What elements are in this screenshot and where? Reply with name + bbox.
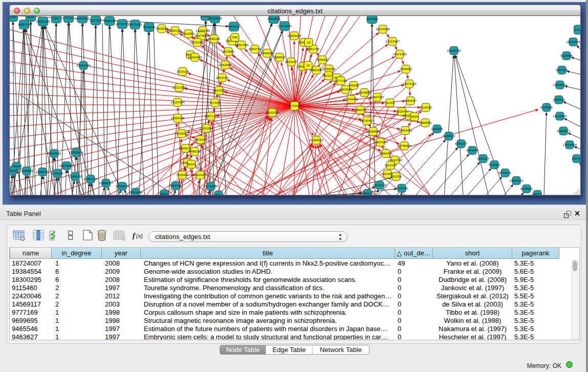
svg-text:11124: 11124 — [575, 28, 581, 31]
svg-text:9327506: 9327506 — [195, 34, 208, 37]
svg-text:9463627: 9463627 — [404, 99, 417, 102]
svg-text:10756928: 10756928 — [397, 144, 411, 147]
svg-text:9604: 9604 — [411, 115, 418, 118]
svg-text:6966160: 6966160 — [103, 19, 116, 23]
svg-text:8267130: 8267130 — [205, 114, 217, 118]
svg-text:12093872: 12093872 — [553, 83, 567, 86]
svg-text:20206536: 20206536 — [47, 151, 61, 155]
svg-text:954411: 954411 — [362, 191, 373, 195]
svg-text:9227342: 9227342 — [556, 68, 569, 72]
svg-text:9242848: 9242848 — [219, 63, 232, 67]
svg-text:7986372: 7986372 — [354, 108, 367, 112]
svg-text:3875685: 3875685 — [222, 50, 235, 53]
svg-text:10107554: 10107554 — [170, 100, 185, 104]
svg-text:9361: 9361 — [53, 16, 60, 20]
svg-text:9457791: 9457791 — [169, 184, 182, 187]
svg-text:9245652: 9245652 — [520, 187, 533, 190]
svg-text:12213967: 12213967 — [385, 39, 400, 43]
svg-text:9146821: 9146821 — [261, 51, 274, 55]
svg-text:10719155: 10719155 — [115, 22, 129, 26]
svg-text:1733426: 1733426 — [396, 186, 408, 190]
svg-text:(x): (x) — [136, 233, 143, 239]
svg-text:12905135: 12905135 — [68, 174, 82, 178]
svg-text:7955812: 7955812 — [316, 58, 329, 61]
svg-text:19166827: 19166827 — [175, 132, 189, 135]
svg-text:1140995: 1140995 — [431, 127, 443, 130]
svg-text:10958107: 10958107 — [99, 181, 113, 185]
svg-text:14136141: 14136141 — [373, 183, 387, 187]
svg-text:96014: 96014 — [187, 162, 196, 166]
svg-text:8912954: 8912954 — [182, 32, 195, 35]
svg-text:2087682: 2087682 — [366, 17, 379, 20]
svg-text:10973493: 10973493 — [393, 52, 407, 56]
svg-text:17957225: 17957225 — [83, 177, 98, 181]
svg-text:21364436: 21364436 — [344, 97, 358, 101]
svg-text:6961758: 6961758 — [307, 47, 320, 51]
svg-text:116753: 116753 — [572, 157, 581, 160]
svg-text:11325419: 11325419 — [287, 34, 301, 37]
svg-text:5498222: 5498222 — [188, 149, 201, 153]
svg-text:16210643: 16210643 — [553, 114, 567, 118]
svg-text:1588520: 1588520 — [273, 55, 286, 59]
svg-text:10543382: 10543382 — [190, 40, 204, 44]
svg-text:15: 15 — [307, 63, 310, 67]
svg-text:17359924: 17359924 — [69, 150, 83, 154]
svg-text:12942757: 12942757 — [35, 170, 50, 173]
svg-text:10671355: 10671355 — [128, 23, 142, 26]
svg-text:23420046: 23420046 — [188, 55, 202, 59]
svg-text:5822037: 5822037 — [285, 60, 298, 63]
svg-text:2803144: 2803144 — [216, 76, 229, 79]
svg-text:93975867: 93975867 — [59, 164, 74, 167]
svg-text:10807487: 10807487 — [370, 95, 384, 99]
svg-text:16033809: 16033809 — [208, 16, 222, 20]
svg-text:417006: 417006 — [210, 101, 221, 104]
svg-text:25302035: 25302035 — [265, 111, 279, 114]
svg-text:20691406: 20691406 — [36, 19, 50, 23]
svg-text:62160: 62160 — [385, 101, 395, 104]
svg-text:18724007: 18724007 — [288, 104, 302, 107]
svg-text:9129966: 9129966 — [560, 54, 573, 57]
svg-text:77311: 77311 — [64, 16, 73, 19]
svg-text:16782759: 16782759 — [115, 184, 129, 188]
svg-text:10655267: 10655267 — [75, 16, 90, 20]
svg-text:6794028: 6794028 — [323, 67, 336, 71]
svg-text:9084067: 9084067 — [380, 151, 393, 155]
svg-text:9899695: 9899695 — [419, 121, 432, 124]
svg-text:5938923: 5938923 — [443, 134, 455, 138]
svg-text:8427552: 8427552 — [213, 89, 226, 92]
svg-text:17016504: 17016504 — [562, 143, 577, 146]
svg-text:4055712: 4055712 — [18, 23, 31, 26]
svg-text:10654925: 10654925 — [170, 116, 185, 120]
svg-text:15716485: 15716485 — [204, 184, 218, 188]
svg-text:8471676: 8471676 — [499, 171, 512, 174]
svg-text:2935114: 2935114 — [477, 157, 489, 160]
svg-text:12923468: 12923468 — [128, 190, 143, 194]
svg-text:10: 10 — [307, 40, 311, 44]
svg-text:8813054: 8813054 — [268, 17, 280, 20]
svg-text:15751074: 15751074 — [566, 40, 580, 43]
svg-text:7625402: 7625402 — [176, 173, 189, 177]
svg-text:3624554: 3624554 — [358, 91, 371, 94]
svg-text:252254: 252254 — [391, 174, 402, 178]
svg-text:12353594: 12353594 — [199, 126, 213, 130]
svg-text:23867608: 23867608 — [234, 43, 249, 47]
svg-text:9474444: 9474444 — [466, 148, 479, 152]
svg-text:15692971: 15692971 — [556, 129, 571, 133]
svg-text:9777169: 9777169 — [335, 79, 347, 82]
svg-text:16648784: 16648784 — [447, 49, 461, 52]
svg-text:18807249: 18807249 — [373, 140, 387, 144]
svg-text:746266: 746266 — [349, 83, 359, 87]
svg-text:10688609: 10688609 — [366, 129, 380, 133]
svg-text:9115460: 9115460 — [420, 105, 432, 109]
svg-text:6497568: 6497568 — [339, 87, 352, 91]
svg-text:39119: 39119 — [9, 169, 17, 172]
svg-text:8660124: 8660124 — [169, 29, 182, 32]
svg-text:8350: 8350 — [9, 16, 16, 18]
svg-text:1145194: 1145194 — [51, 171, 63, 175]
svg-text:6879197: 6879197 — [455, 142, 468, 145]
svg-text:16914479: 16914479 — [193, 173, 207, 177]
svg-text:4116: 4116 — [27, 16, 34, 18]
svg-text:16154808: 16154808 — [376, 27, 390, 31]
svg-text:15720407: 15720407 — [360, 119, 374, 122]
svg-text:19384554: 19384554 — [309, 138, 323, 142]
